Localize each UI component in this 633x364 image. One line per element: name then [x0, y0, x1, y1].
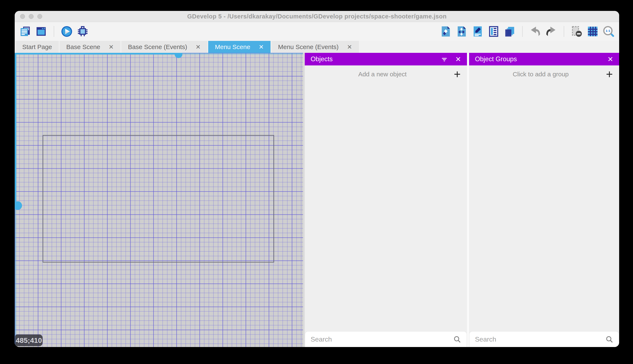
object-groups-panel-header: Object Groups ✕	[469, 53, 619, 66]
object-groups-panel-title: Object Groups	[475, 55, 601, 63]
objects-search-input[interactable]	[311, 336, 453, 343]
groups-search-input[interactable]	[475, 336, 605, 343]
object-groups-panel-icon[interactable]	[455, 25, 468, 38]
objects-panel-title: Objects	[311, 55, 439, 63]
objects-panel-header: Objects ✕	[305, 53, 467, 66]
objects-panel-icon[interactable]	[439, 25, 453, 38]
canvas-panel-divider[interactable]	[303, 53, 305, 347]
window-title: GDevelop 5 - /Users/dkarakay/Documents/G…	[187, 13, 447, 20]
tab-base-scene[interactable]: Base Scene ✕	[60, 41, 121, 53]
titlebar: GDevelop 5 - /Users/dkarakay/Documents/G…	[15, 11, 619, 22]
close-icon[interactable]: ✕	[196, 44, 201, 50]
add-object-label: Add a new object	[311, 71, 454, 78]
cursor-coordinates: 485;410	[15, 334, 43, 346]
add-group-label: Click to add a group	[475, 71, 606, 78]
instances-list-panel-icon[interactable]	[487, 25, 500, 38]
hide-instances-icon[interactable]	[570, 25, 583, 38]
preview-play-icon[interactable]	[60, 25, 74, 38]
tab-label: Menu Scene (Events)	[278, 44, 339, 50]
zoom-1-1-icon[interactable]: 1:1	[602, 25, 615, 38]
horizontal-scrollbar-track[interactable]	[178, 53, 303, 54]
vertical-scrollbar[interactable]	[15, 53, 16, 206]
close-icon[interactable]: ✕	[455, 55, 461, 63]
tab-label: Start Page	[22, 44, 52, 50]
close-icon[interactable]: ✕	[109, 44, 114, 50]
vertical-scroll-thumb[interactable]	[15, 201, 22, 210]
search-icon[interactable]	[605, 335, 613, 343]
scene-canvas[interactable]: 485;410	[15, 53, 303, 347]
panel-gap	[467, 53, 469, 347]
tab-start-page[interactable]: Start Page	[16, 41, 59, 53]
tab-label: Menu Scene	[215, 44, 250, 50]
tab-label: Base Scene	[66, 44, 100, 50]
scene-window-icon[interactable]	[35, 25, 48, 38]
objects-list-empty	[305, 83, 467, 332]
close-window-button[interactable]	[20, 14, 25, 19]
toolbar-left-group	[19, 25, 89, 38]
search-icon[interactable]	[453, 335, 461, 343]
svg-text:1:1: 1:1	[605, 29, 610, 32]
add-group-row[interactable]: Click to add a group +	[469, 66, 619, 83]
game-window-frame	[43, 135, 274, 262]
tab-label: Base Scene (Events)	[128, 44, 187, 50]
layers-panel-icon[interactable]	[503, 25, 516, 38]
objects-panel: Objects ✕ Add a new object +	[305, 53, 467, 347]
plus-icon[interactable]: +	[606, 69, 613, 79]
toolbar-separator	[564, 26, 564, 37]
objects-search-bar	[305, 332, 467, 347]
traffic-lights	[20, 14, 42, 19]
toolbar-separator	[54, 26, 54, 37]
gdevelop-window: GDevelop 5 - /Users/dkarakay/Documents/G…	[15, 11, 619, 347]
object-groups-panel: Object Groups ✕ Click to add a group +	[469, 53, 619, 347]
debug-icon[interactable]	[76, 25, 89, 38]
tabbar: Start Page Base Scene ✕ Base Scene (Even…	[15, 41, 619, 53]
minimize-window-button[interactable]	[29, 14, 34, 19]
toolbar: 1:1	[15, 22, 619, 41]
tab-base-scene-events[interactable]: Base Scene (Events) ✕	[121, 41, 207, 53]
undo-icon[interactable]	[528, 25, 542, 38]
close-icon[interactable]: ✕	[607, 55, 613, 63]
close-icon[interactable]: ✕	[347, 44, 352, 50]
main-content: 485;410 Objects ✕ Add a new object +	[15, 53, 619, 347]
vertical-scrollbar-track[interactable]	[15, 206, 16, 347]
filter-icon[interactable]	[439, 54, 449, 64]
horizontal-scroll-thumb[interactable]	[175, 53, 182, 58]
toolbar-separator	[522, 26, 523, 37]
project-manager-icon[interactable]	[19, 25, 32, 38]
toggle-grid-icon[interactable]	[586, 25, 599, 38]
groups-search-bar	[470, 332, 619, 347]
add-object-row[interactable]: Add a new object +	[305, 66, 467, 83]
redo-icon[interactable]	[544, 25, 558, 38]
close-icon[interactable]: ✕	[258, 44, 264, 50]
properties-panel-icon[interactable]	[471, 25, 484, 38]
zoom-window-button[interactable]	[37, 14, 42, 19]
groups-list-empty	[469, 83, 619, 332]
horizontal-scrollbar[interactable]	[15, 53, 178, 54]
tab-menu-scene[interactable]: Menu Scene ✕	[208, 41, 270, 53]
toolbar-right-group: 1:1	[439, 25, 615, 38]
plus-icon[interactable]: +	[454, 69, 461, 79]
tab-menu-scene-events[interactable]: Menu Scene (Events) ✕	[271, 41, 359, 53]
